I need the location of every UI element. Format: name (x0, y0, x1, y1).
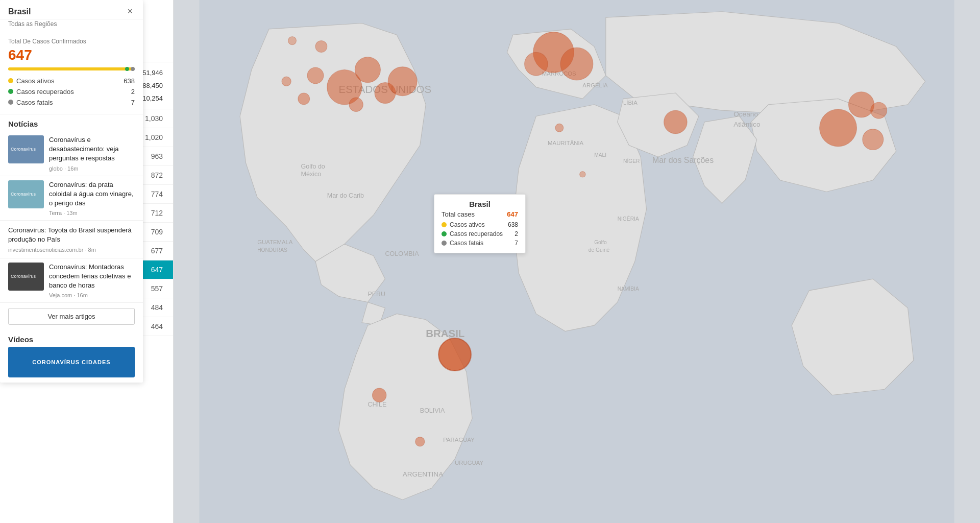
news-headline-0: Coronavírus e desabastecimento: veja per… (49, 135, 135, 163)
ver-mais-button[interactable]: Ver mais artigos (8, 308, 135, 325)
news-item-2[interactable]: Coronavírus: Toyota do Brasil suspenderá… (0, 221, 143, 258)
popup-active-val: 638 (124, 77, 135, 85)
news-source-0: globo (49, 165, 63, 172)
video-thumbnail[interactable]: CORONAVÍRUS CIDADES (8, 347, 135, 377)
progress-dot-green (125, 67, 129, 71)
tooltip-active-label: Casos ativos (450, 221, 508, 228)
svg-text:Coronavírus: Coronavírus (11, 192, 36, 197)
news-item-1[interactable]: Coronavírus Coronavírus: da prata coloid… (0, 176, 143, 221)
popup-recovered-label: Casos recuperados (16, 88, 74, 96)
svg-point-47 (555, 124, 564, 132)
country-count-7: 677 (151, 247, 163, 255)
svg-point-35 (298, 93, 310, 105)
tooltip-title: Brasil (442, 200, 518, 208)
svg-text:URUGUAY: URUGUAY (455, 460, 483, 466)
svg-text:Coronavírus: Coronavírus (11, 274, 36, 279)
svg-text:Coronavírus: Coronavírus (11, 147, 36, 152)
popup-recovered-val: 2 (131, 88, 135, 96)
tooltip-stat-recovered: Casos recuperados 2 (442, 229, 518, 239)
news-section-title: Notícias (0, 114, 143, 131)
news-image-1: Coronavírus (8, 180, 44, 208)
news-image-0: Coronavírus (8, 135, 44, 163)
svg-text:NÍGER: NÍGER (623, 158, 640, 164)
svg-text:PARAGUAY: PARAGUAY (443, 437, 475, 443)
svg-text:Atlântico: Atlântico (733, 121, 761, 128)
svg-point-32 (307, 67, 324, 84)
popup-panel: Brasil × Todas as Regiões Total De Casos… (0, 0, 143, 383)
country-count-1: 1,020 (145, 133, 163, 141)
world-map: ESTADOS UNIDOS Mar dos Sarções Oceano At… (174, 0, 980, 523)
news-content-0: Coronavírus e desabastecimento: veja per… (49, 135, 135, 172)
svg-text:BRASIL: BRASIL (426, 327, 464, 339)
tooltip-fatal-val: 7 (514, 240, 518, 247)
svg-point-48 (580, 172, 585, 177)
tooltip-stat-fatal: Casos fatais 7 (442, 239, 518, 248)
tooltip-recovered-val: 2 (514, 230, 518, 237)
tooltip-dot-gray (442, 241, 447, 246)
svg-point-38 (560, 47, 593, 80)
svg-point-44 (438, 338, 471, 371)
svg-point-30 (355, 57, 380, 83)
svg-point-40 (820, 109, 857, 147)
country-count-5: 712 (151, 209, 163, 217)
svg-point-39 (525, 52, 548, 76)
stat-fatal-value: 10,254 (142, 94, 163, 102)
svg-text:MALI: MALI (594, 152, 606, 158)
svg-text:GUATEMALA: GUATEMALA (257, 239, 293, 245)
tooltip-active-val: 638 (508, 221, 518, 228)
country-count-6: 709 (151, 228, 163, 236)
svg-text:PERU: PERU (368, 291, 385, 298)
svg-point-43 (664, 110, 688, 134)
popup-fatal-label: Casos fatais (16, 99, 53, 106)
popup-dot-yellow (8, 78, 13, 83)
country-count-11: 464 (151, 322, 163, 330)
popup-stat-active: Casos ativos 638 (8, 76, 135, 86)
news-item-0[interactable]: Coronavírus Coronavírus e desabastecimen… (0, 131, 143, 176)
map-area[interactable]: ESTADOS UNIDOS Mar dos Sarções Oceano At… (174, 0, 980, 523)
svg-text:NIGÉRIA: NIGÉRIA (618, 216, 639, 222)
svg-point-33 (388, 67, 417, 96)
progress-dots (125, 67, 135, 71)
news-time-3: 16m (77, 292, 87, 298)
popup-close-button[interactable]: × (125, 6, 135, 17)
news-meta-2: investimentosenoticias.com.br · 8m (8, 247, 135, 253)
stat-recovered-value: 88,450 (142, 82, 163, 89)
popup-confirmed-label: Total De Casos Confirmados (8, 38, 135, 45)
svg-text:ARGÉLIA: ARGÉLIA (582, 82, 608, 88)
svg-point-49 (315, 41, 327, 53)
news-headline-2: Coronavírus: Toyota do Brasil suspenderá… (8, 226, 135, 244)
news-headline-3: Coronavírus: Montadoras concedem férias … (49, 263, 135, 291)
news-meta-3: Veja.com · 16m (49, 292, 135, 298)
progress-bar (8, 67, 135, 70)
news-meta-0: globo · 16m (49, 165, 135, 172)
news-thumb-3: Coronavírus (8, 263, 44, 291)
popup-stat-recovered: Casos recuperados 2 (8, 86, 135, 97)
country-count-10: 484 (151, 303, 163, 312)
svg-text:NAMÍBIA: NAMÍBIA (618, 286, 639, 292)
popup-stats-box: Total De Casos Confirmados 647 Casos ati… (0, 32, 143, 114)
country-count-9: 557 (151, 284, 163, 293)
tooltip-total: Total cases 647 (442, 210, 518, 218)
svg-text:COLOMBIA: COLOMBIA (385, 250, 420, 257)
country-count-4: 774 (151, 190, 163, 198)
popup-dot-gray (8, 100, 13, 105)
svg-point-45 (373, 388, 386, 402)
tooltip-total-value: 647 (507, 210, 518, 218)
svg-text:BOLIVIA: BOLIVIA (420, 407, 445, 414)
svg-text:Oceano: Oceano (733, 110, 758, 118)
tooltip-stat-active: Casos ativos 638 (442, 220, 518, 229)
svg-text:LÍBIA: LÍBIA (623, 100, 638, 106)
svg-text:de Guiné: de Guiné (589, 247, 610, 253)
popup-dot-green (8, 89, 13, 94)
video-label: CORONAVÍRUS CIDADES (32, 359, 110, 365)
news-time-2: 8m (88, 247, 96, 253)
country-count-2: 963 (151, 152, 163, 160)
news-source-3: Veja.com (49, 292, 72, 298)
svg-point-42 (863, 129, 884, 150)
svg-text:Mar do Carib: Mar do Carib (327, 192, 364, 199)
svg-point-41 (848, 92, 874, 117)
tooltip-fatal-label: Casos fatais (450, 240, 514, 247)
svg-text:CHILE: CHILE (368, 401, 386, 408)
country-count-0: 1,030 (145, 114, 163, 123)
news-item-3[interactable]: Coronavírus Coronavírus: Montadoras conc… (0, 258, 143, 303)
